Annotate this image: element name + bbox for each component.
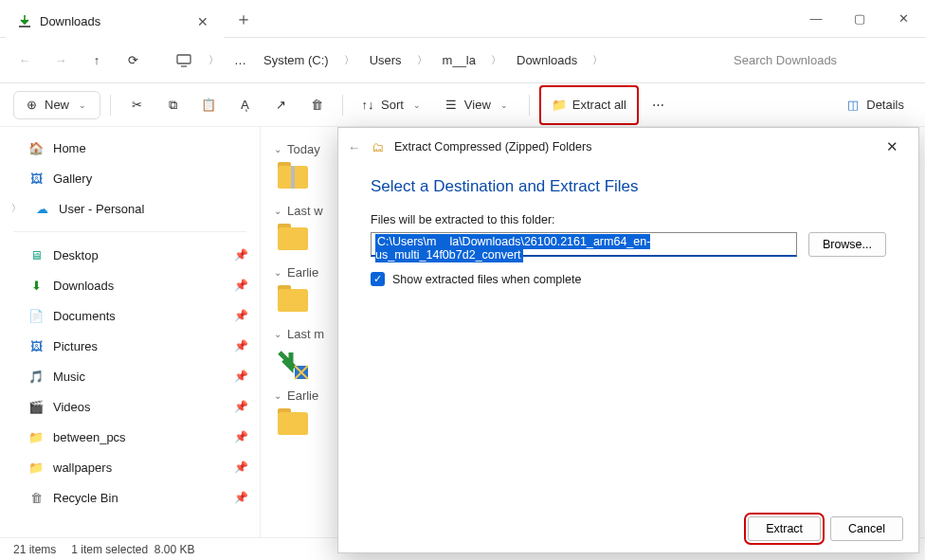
- dialog-title: Extract Compressed (Zipped) Folders: [394, 140, 591, 154]
- pin-icon: 📌: [234, 461, 248, 474]
- separator: [342, 95, 343, 116]
- details-pane-icon: ◫: [845, 98, 861, 113]
- window-tab[interactable]: Downloads ✕: [6, 6, 224, 38]
- details-label: Details: [866, 98, 904, 112]
- chevron-right-icon[interactable]: 〉: [205, 53, 223, 67]
- pin-icon: 📌: [234, 248, 248, 262]
- nav-pinned-recycle-bin[interactable]: 🗑Recycle Bin📌: [0, 482, 260, 513]
- extract-all-button[interactable]: 📁 Extract all: [544, 90, 634, 120]
- up-button[interactable]: ↑: [82, 45, 112, 76]
- pin-icon: 📌: [234, 491, 248, 504]
- navigation-pane: 🏠 Home 🖼 Gallery 〉 ☁ User - Personal 🖥De…: [0, 127, 261, 537]
- rename-button[interactable]: Aͅ: [228, 90, 261, 120]
- nav-pinned-wallpapers[interactable]: 📁wallpapers📌: [0, 452, 260, 482]
- nav-pinned-between_pcs[interactable]: 📁between_pcs📌: [0, 422, 260, 452]
- nav-pinned-videos[interactable]: 🎬Videos📌: [0, 391, 260, 422]
- nav-item-home[interactable]: 🏠 Home: [0, 133, 260, 163]
- refresh-button[interactable]: ⟳: [118, 45, 148, 76]
- address-bar-row: ← → ↑ ⟳ 〉 … System (C:) 〉 Users 〉 m__la …: [0, 38, 925, 83]
- folder-icon: 📁: [28, 460, 44, 475]
- breadcrumb-item[interactable]: System (C:): [258, 49, 335, 71]
- copy-button[interactable]: ⧉: [156, 90, 189, 120]
- nav-separator: [13, 231, 246, 232]
- trash-icon: 🗑: [309, 98, 324, 113]
- downloads-icon: [17, 14, 32, 29]
- nav-label: Home: [53, 141, 86, 155]
- nav-label: Pictures: [53, 339, 98, 353]
- show-extracted-checkbox-row[interactable]: ✓ Show extracted files when complete: [371, 272, 886, 286]
- chevron-right-icon[interactable]: 〉: [340, 53, 358, 67]
- chevron-down-icon: ⌄: [497, 98, 512, 113]
- separator: [529, 95, 530, 116]
- recycle-icon: 🗑: [28, 490, 44, 505]
- status-item-count: 21 items: [13, 543, 56, 556]
- nav-item-onedrive[interactable]: 〉 ☁ User - Personal: [0, 193, 260, 224]
- back-button[interactable]: ←: [9, 45, 40, 76]
- nav-pinned-downloads[interactable]: ⬇Downloads📌: [0, 270, 260, 300]
- new-tab-button[interactable]: ＋: [235, 8, 252, 30]
- downloads-icon: ⬇: [28, 278, 44, 293]
- onedrive-icon: ☁: [34, 201, 49, 216]
- search-placeholder: Search Downloads: [734, 53, 837, 67]
- chevron-down-icon: ⌄: [274, 390, 281, 401]
- copy-icon: ⧉: [165, 98, 180, 113]
- folder-icon: [274, 408, 316, 443]
- more-button[interactable]: ⋯: [643, 90, 675, 120]
- checkbox-checked-icon[interactable]: ✓: [371, 272, 385, 286]
- gallery-icon: 🖼: [28, 171, 44, 186]
- videos-icon: 🎬: [28, 399, 44, 414]
- titlebar: Downloads ✕ ＋ ― ▢ ✕: [0, 0, 925, 38]
- chevron-down-icon: ⌄: [274, 267, 281, 278]
- pin-icon: 📌: [234, 430, 248, 443]
- cancel-button[interactable]: Cancel: [830, 516, 903, 541]
- nav-pinned-pictures[interactable]: 🖼Pictures📌: [0, 331, 260, 361]
- browse-button[interactable]: Browse...: [808, 232, 886, 257]
- sort-button[interactable]: ↑↓ Sort ⌄: [353, 90, 432, 120]
- nav-item-gallery[interactable]: 🖼 Gallery: [0, 163, 260, 193]
- pin-icon: 📌: [234, 370, 248, 383]
- nav-pinned-music[interactable]: 🎵Music📌: [0, 361, 260, 391]
- delete-button[interactable]: 🗑: [300, 90, 333, 120]
- nav-label: Music: [53, 370, 85, 384]
- close-dialog-button[interactable]: ✕: [875, 130, 909, 164]
- chevron-right-icon[interactable]: 〉: [11, 202, 25, 215]
- breadcrumb-item[interactable]: Users: [364, 49, 408, 71]
- group-label: Last m: [287, 327, 324, 341]
- pc-icon[interactable]: [169, 45, 199, 76]
- nav-pinned-documents[interactable]: 📄Documents📌: [0, 300, 260, 331]
- chevron-right-icon[interactable]: 〉: [487, 53, 505, 67]
- maximize-button[interactable]: ▢: [838, 0, 881, 38]
- ellipsis-icon: ⋯: [651, 98, 666, 113]
- nav-pinned-desktop[interactable]: 🖥Desktop📌: [0, 240, 260, 270]
- breadcrumb-overflow[interactable]: …: [228, 49, 252, 71]
- view-button[interactable]: ☰ View ⌄: [436, 90, 519, 120]
- paste-button[interactable]: 📋: [192, 90, 225, 120]
- chevron-down-icon: ⌄: [409, 98, 425, 113]
- close-tab-icon[interactable]: ✕: [197, 14, 209, 29]
- new-button[interactable]: ⊕ New ⌄: [13, 91, 100, 119]
- breadcrumb-item[interactable]: m__la: [437, 49, 481, 71]
- group-label: Earlie: [287, 388, 318, 403]
- forward-button[interactable]: →: [45, 45, 76, 76]
- group-label: Earlie: [287, 265, 318, 280]
- share-button[interactable]: ↗: [264, 90, 297, 120]
- chevron-down-icon: ⌄: [274, 206, 281, 216]
- path-selection: C:\Users\m__la\Downloads\26100.2161_arm6…: [375, 234, 650, 262]
- nav-label: wallpapers: [53, 461, 112, 475]
- minimize-button[interactable]: ―: [794, 0, 838, 38]
- destination-path-input[interactable]: C:\Users\m__la\Downloads\26100.2161_arm6…: [371, 232, 797, 257]
- breadcrumb-item[interactable]: Downloads: [511, 49, 583, 71]
- nav-label: Documents: [53, 309, 116, 323]
- scissors-icon: ✂: [129, 98, 144, 113]
- extract-button[interactable]: Extract: [748, 516, 821, 541]
- chevron-right-icon[interactable]: 〉: [589, 53, 607, 67]
- cut-button[interactable]: ✂: [120, 90, 153, 120]
- close-window-button[interactable]: ✕: [881, 0, 925, 38]
- pin-icon: 📌: [234, 400, 248, 413]
- back-arrow-icon[interactable]: ←: [348, 140, 360, 154]
- details-button[interactable]: ◫ Details: [838, 90, 912, 120]
- chevron-right-icon[interactable]: 〉: [413, 53, 431, 67]
- pin-icon: 📌: [234, 339, 248, 352]
- search-box[interactable]: Search Downloads: [726, 49, 916, 71]
- home-icon: 🏠: [28, 140, 44, 155]
